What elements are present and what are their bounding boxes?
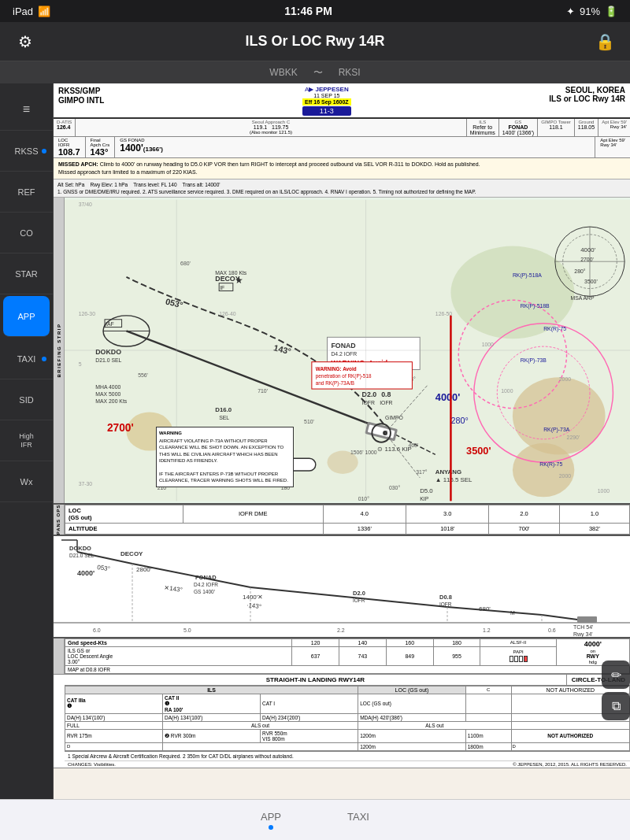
rvr-300: ❷ RVR 300m	[163, 729, 261, 742]
tab-bar: APP TAXI	[0, 799, 630, 840]
chart-header: RKSS/GMP GIMPO INTL A▶ JEPPESEN 11 SEP 1…	[54, 83, 630, 119]
dme-4: 4.0	[323, 505, 406, 523]
rate-955: 955	[433, 646, 480, 665]
sidebar-item-ref[interactable]: REF	[0, 172, 53, 213]
breadcrumb-right: RKSI	[339, 67, 361, 78]
profile-svg: DOKDO D21.0 SEL DECOY 4000' 053° FONAD D…	[54, 536, 630, 638]
rvr-values-row: RVR 175m ❷ RVR 300m RVR 550mVIS 800m 120…	[65, 729, 630, 742]
special-notes: 1 Special Aircrew & Aircraft Certificati…	[65, 751, 630, 760]
minima-content: STRAIGHT-IN LANDING RWY14R CIRCLE-TO-LAN…	[65, 675, 630, 768]
vis-1100: 1100m	[465, 729, 511, 742]
svg-text:280°: 280°	[574, 268, 585, 274]
settings-icon[interactable]: ⚙	[13, 32, 38, 51]
missed-approach-text: Climb to 4000' on runway heading to D5.0…	[100, 161, 480, 167]
cat-3a: CAT IIIa❶	[65, 694, 163, 713]
straight-in-label: STRAIGHT-IN LANDING RWY14R	[65, 675, 567, 685]
altitude-row: ALTITUDE 1336' 1018' 700' 382'	[65, 523, 630, 534]
status-bar: iPad 📶 11:46 PM ✦ 91% 🔋	[0, 0, 630, 22]
warning-box: WARNING AIRCRAFT VIOLATING P-73A WITHOUT…	[156, 427, 294, 487]
svg-text:MHA 4000: MHA 4000	[95, 384, 120, 390]
rwy-hdg-label: hdg	[589, 660, 597, 664]
alt-notes: Alt Set: hPa Rwy Elev: 1 hPa Trans level…	[54, 179, 630, 198]
loc-gs-out: LOC (GS out)	[358, 694, 466, 713]
sidebar-item-wx[interactable]: Wx	[0, 461, 53, 502]
loc-row: LOC IOFR 108.7 Final Apch Crs 143° GS FO…	[54, 137, 630, 158]
chart-date: 11 SEP 15	[302, 93, 351, 98]
plan-view[interactable]: BRIEFING STRIP	[54, 198, 630, 505]
rate-849: 849	[386, 646, 433, 665]
svg-text:ANYANG: ANYANG	[435, 468, 461, 476]
sidebar-label-app: APP	[17, 312, 35, 321]
sidebar-item-app[interactable]: APP	[3, 296, 50, 337]
airport-name: GIMPO INTL	[58, 96, 104, 105]
svg-text:0.6: 0.6	[548, 627, 556, 633]
lock-icon[interactable]: 🔒	[592, 32, 617, 51]
svg-text:5.0: 5.0	[183, 627, 191, 633]
alt-382: 382'	[559, 523, 629, 534]
rate-743: 743	[339, 646, 387, 665]
speed-table: Gnd speed-Kts 120 140 160 180 ALSF-II 40…	[65, 638, 630, 674]
plan-view-svg: DOKDO D21.0 SEL MHA 4000 MAX 5000 MAX 20…	[65, 198, 630, 503]
speed-120: 120	[292, 638, 339, 646]
vis-1800: 1800m	[465, 742, 511, 750]
sidebar-item-high-ifr[interactable]: HighIFR	[0, 420, 53, 461]
svg-text:1000: 1000	[482, 342, 494, 347]
taxi-dot	[42, 357, 46, 361]
sidebar-label-rkss: RKSS	[15, 146, 39, 156]
sidebar-item-rkss[interactable]: RKSS	[0, 131, 53, 172]
edit-button[interactable]: ✏	[602, 661, 630, 689]
warning-title: WARNING	[159, 430, 291, 436]
svg-text:MSA ARP: MSA ARP	[570, 295, 595, 301]
svg-text:D4.2 IOFR: D4.2 IOFR	[331, 351, 357, 357]
chart-area[interactable]: RKSS/GMP GIMPO INTL A▶ JEPPESEN 11 SEP 1…	[54, 83, 630, 799]
svg-text:2700': 2700'	[107, 422, 134, 434]
sidebar-item-sid[interactable]: SID	[0, 379, 53, 420]
rvr-550: RVR 550mVIS 800m	[261, 729, 358, 742]
papi-light-3	[519, 656, 523, 662]
svg-text:KIP: KIP	[420, 496, 428, 501]
missed-approach-section: MISSED APCH: Climb to 4000' on runway he…	[54, 158, 630, 179]
da-row: DA(H) 134'(100') DA(H) 134'(100') DA(H) …	[65, 713, 630, 721]
freq-ground: Ground 118.05	[575, 119, 598, 136]
battery-icon: 🔋	[605, 6, 617, 17]
chart-notes-text: 1. GNSS or DME/DME/IRU required. 2. ATS …	[57, 189, 476, 194]
svg-text:37-30: 37-30	[79, 480, 93, 486]
als-out-label: ALS out	[163, 721, 358, 729]
svg-text:030°: 030°	[389, 484, 400, 490]
rvr-header-row: FULL ALS out ALS out	[65, 721, 630, 729]
svg-text:D0.8: D0.8	[439, 594, 452, 601]
svg-text:RK(P)-73B: RK(P)-73B	[521, 357, 547, 363]
rate-637: 637	[292, 646, 339, 665]
chart-number: 11-3	[302, 106, 351, 116]
copy-button[interactable]: ⧉	[602, 692, 630, 720]
loc-freq: LOC IOFR 108.7	[54, 137, 86, 157]
chart-breadcrumb: WBKK 〜 RKSI	[0, 61, 630, 83]
c-blank2	[465, 713, 511, 721]
sidebar-item-taxi[interactable]: TAXI	[0, 339, 53, 379]
map-row: MAP at D0.8 IOFR	[65, 665, 630, 673]
gnd-speed-label: Gnd speed-Kts	[65, 638, 292, 646]
sidebar-item-co[interactable]: CO	[0, 213, 53, 253]
svg-text:680': 680'	[180, 261, 191, 266]
sidebar-item-menu[interactable]: ≡	[0, 90, 53, 131]
als-out2: ALS out	[358, 721, 511, 729]
rwy-label: RWY	[587, 653, 599, 659]
svg-text:2700': 2700'	[580, 257, 594, 262]
breadcrumb-separator: 〜	[313, 66, 323, 80]
svg-text:SEL: SEL	[219, 415, 229, 420]
tab-taxi[interactable]: TAXI	[338, 808, 379, 833]
procedure-title: ILS or LOC Rwy 14R	[549, 94, 625, 103]
svg-text:RK(P)-518A: RK(P)-518A	[513, 272, 542, 279]
svg-text:2000: 2000	[559, 473, 571, 479]
tab-app[interactable]: APP	[251, 808, 291, 833]
sidebar-item-star[interactable]: STAR	[0, 253, 53, 294]
missed-approach-title: MISSED APCH:	[58, 161, 98, 167]
pans-ops-text: PANS OPS	[57, 505, 61, 535]
speed-table-content: Gnd speed-Kts 120 140 160 180 ALSF-II 40…	[65, 638, 630, 674]
frequency-row: D-ATIS 126.4 Seoul Approach C 119.1 119.…	[54, 119, 630, 137]
cat-row: CAT IIIa❶ CAT II❶RA 100' CAT I LOC (GS o…	[65, 694, 630, 713]
svg-text:2.2: 2.2	[337, 627, 345, 633]
svg-text:D16.0: D16.0	[215, 406, 232, 413]
svg-text:317°: 317°	[416, 469, 427, 475]
chart-right-header: SEOUL, KOREA ILS or LOC Rwy 14R	[549, 86, 625, 103]
